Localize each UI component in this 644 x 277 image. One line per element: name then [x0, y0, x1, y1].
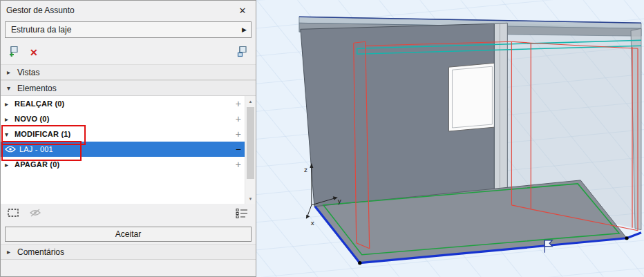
scheme-selector[interactable]: Estrutura da laje ▶ — [5, 21, 252, 38]
section-label: Vistas — [17, 68, 39, 77]
panel-title: Gestor de Assunto — [6, 6, 75, 15]
add-button[interactable]: + — [236, 98, 241, 109]
window[interactable] — [449, 63, 495, 131]
elements-list: ▸ REALÇAR (0) + ▸ NOVO (0) + ▾ MODIFICAR… — [1, 96, 256, 204]
list-item-label: MODIFICAR (1) — [15, 130, 70, 138]
list-item-apagar[interactable]: ▸ APAGAR (0) + — [1, 157, 256, 172]
eye-icon[interactable] — [5, 146, 16, 154]
add-button[interactable]: + — [236, 159, 241, 170]
list-item-label: NOVO (0) — [15, 115, 50, 123]
list-item-realcar[interactable]: ▸ REALÇAR (0) + — [1, 96, 256, 111]
chevron-right-icon[interactable]: ▸ — [5, 115, 8, 123]
building-model[interactable] — [299, 17, 641, 265]
list-item-modificar[interactable]: ▾ MODIFICAR (1) + — [1, 126, 256, 142]
chevron-right-icon[interactable]: ▸ — [5, 100, 8, 108]
issue-manager-panel: Gestor de Assunto ✕ Estrutura da laje ▶ … — [0, 0, 256, 277]
accept-button[interactable]: Aceitar — [5, 227, 252, 242]
scroll-up-button[interactable]: ▲ — [245, 96, 256, 106]
axis-label-x: x — [311, 219, 314, 227]
remove-button[interactable]: − — [236, 144, 241, 155]
issue-toolbar: ✕ — [1, 41, 256, 64]
criteria-settings-icon[interactable] — [236, 208, 249, 221]
close-icon[interactable]: ✕ — [235, 6, 250, 16]
add-button[interactable]: + — [236, 128, 241, 140]
scroll-down-button[interactable]: ▼ — [245, 193, 256, 204]
list-item-label: REALÇAR (0) — [15, 99, 64, 108]
list-item-label: LAJ - 001 — [19, 145, 53, 153]
chevron-right-icon[interactable]: ▸ — [7, 68, 12, 76]
scheme-selector-value: Estrutura da laje — [11, 25, 71, 35]
scrollbar-thumb[interactable] — [247, 107, 254, 179]
chevron-right-icon[interactable]: ▸ — [7, 248, 12, 256]
selection-toolbar — [1, 204, 256, 225]
accept-button-label: Aceitar — [115, 229, 141, 239]
axis-label-z: z — [304, 166, 307, 173]
chevron-down-icon[interactable]: ▾ — [7, 84, 12, 92]
delete-issue-icon[interactable]: ✕ — [30, 48, 38, 57]
chevron-right-icon[interactable]: ▸ — [5, 161, 8, 169]
application-window: Gestor de Assunto ✕ Estrutura da laje ▶ … — [0, 0, 644, 277]
chevron-down-icon[interactable]: ▾ — [5, 131, 8, 138]
section-elementos[interactable]: ▾ Elementos — [1, 80, 256, 96]
section-label: Elementos — [17, 84, 57, 93]
list-item-laj-001[interactable]: LAJ - 001 − — [1, 142, 256, 157]
scrollbar[interactable]: ▲ ▼ — [245, 96, 256, 204]
axis-label-y: y — [338, 197, 341, 204]
3d-viewport[interactable]: z y x — [256, 0, 644, 277]
list-item-novo[interactable]: ▸ NOVO (0) + — [1, 111, 256, 126]
import-issue-icon[interactable] — [236, 46, 249, 60]
chevron-right-icon: ▶ — [242, 26, 247, 33]
section-vistas[interactable]: ▸ Vistas — [1, 64, 256, 80]
new-issue-icon[interactable] — [8, 46, 20, 60]
panel-titlebar[interactable]: Gestor de Assunto ✕ — [1, 1, 256, 20]
section-label: Comentários — [17, 247, 64, 257]
marquee-icon[interactable] — [8, 208, 19, 220]
scheme-selector-wrap: Estrutura da laje ▶ — [1, 20, 256, 41]
section-comentarios[interactable]: ▸ Comentários — [1, 244, 256, 260]
show-in-view-icon — [29, 208, 41, 220]
list-item-label: APAGAR (0) — [15, 160, 59, 169]
add-button[interactable]: + — [236, 113, 241, 124]
